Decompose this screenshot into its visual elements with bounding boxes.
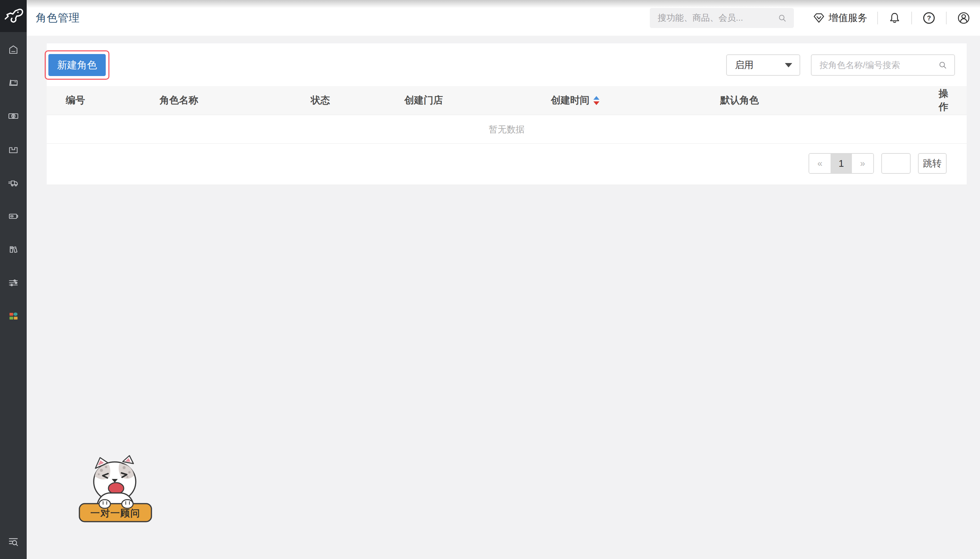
value-added-services-button[interactable]: 增值服务 bbox=[813, 12, 867, 25]
bell-icon bbox=[888, 12, 901, 25]
card-toolbar: 新建角色 启用 bbox=[47, 43, 967, 80]
col-header-actions: 操作 bbox=[939, 87, 948, 114]
divider bbox=[911, 12, 912, 24]
sidebar-item-member-card[interactable] bbox=[0, 200, 27, 233]
list-search-icon bbox=[7, 535, 20, 548]
sidebar-item-home[interactable] bbox=[0, 33, 27, 66]
sidebar-item-finance[interactable] bbox=[0, 99, 27, 133]
sidebar-item-goods[interactable] bbox=[0, 133, 27, 166]
user-icon bbox=[957, 11, 971, 25]
top-bar: 角色管理 增值服务 bbox=[27, 0, 980, 36]
sidebar-nav bbox=[0, 33, 27, 333]
col-header-default-role: 默认角色 bbox=[720, 94, 939, 107]
col-header-created-time: 创建时间 bbox=[551, 94, 720, 107]
col-header-created-time-label: 创建时间 bbox=[551, 94, 589, 107]
global-search-input[interactable] bbox=[658, 13, 777, 23]
next-page-button[interactable]: » bbox=[852, 154, 873, 173]
app-logo[interactable] bbox=[0, 0, 27, 32]
page-title: 角色管理 bbox=[36, 11, 80, 25]
notifications-button[interactable] bbox=[888, 12, 901, 25]
member-card-icon bbox=[7, 210, 19, 222]
divider bbox=[946, 12, 947, 24]
banknote-icon bbox=[7, 110, 19, 122]
account-button[interactable] bbox=[957, 11, 971, 25]
role-search-input[interactable] bbox=[820, 60, 937, 70]
package-icon bbox=[7, 144, 19, 155]
pos-terminal-icon bbox=[7, 77, 19, 89]
prev-page-button[interactable]: « bbox=[809, 154, 831, 173]
sort-asc-icon[interactable] bbox=[593, 96, 600, 100]
search-icon[interactable] bbox=[777, 12, 788, 24]
table-empty-row: 暂无数据 bbox=[47, 115, 967, 144]
sidebar-item-settings[interactable] bbox=[0, 266, 27, 299]
chevron-down-icon bbox=[785, 63, 792, 67]
apps-grid-icon bbox=[7, 310, 19, 322]
create-role-button[interactable]: 新建角色 bbox=[48, 54, 106, 76]
app-window: 角色管理 增值服务 bbox=[0, 0, 980, 559]
divider bbox=[877, 12, 878, 24]
truck-icon bbox=[7, 177, 19, 189]
role-search-box[interactable] bbox=[811, 55, 955, 76]
table-header-row: 编号 角色名称 状态 创建门店 创建时间 默认角色 操作 bbox=[47, 86, 967, 115]
pagination: « 1 » 跳转 bbox=[47, 144, 967, 184]
sidebar-item-log-search[interactable] bbox=[0, 530, 27, 554]
sidebar-item-apps[interactable] bbox=[0, 299, 27, 333]
sidebar-item-cashier[interactable] bbox=[0, 66, 27, 99]
current-page-button[interactable]: 1 bbox=[831, 154, 852, 173]
cat-mascot-icon: 一对一顾问 bbox=[77, 453, 155, 524]
toolbar-filters: 启用 bbox=[726, 55, 955, 76]
mascot-banner-label: 一对一顾问 bbox=[90, 508, 140, 518]
role-management-card: 新建角色 启用 bbox=[47, 43, 967, 184]
vas-label: 增值服务 bbox=[828, 12, 867, 25]
pager-group: « 1 » bbox=[808, 153, 874, 174]
page-jump-input[interactable] bbox=[881, 153, 911, 174]
advisor-mascot[interactable]: 一对一顾问 bbox=[77, 453, 155, 524]
top-bar-actions: 增值服务 ? bbox=[650, 8, 971, 28]
svg-text:?: ? bbox=[927, 14, 931, 22]
annotation-highlight-box: 新建角色 bbox=[45, 50, 109, 80]
sidebar bbox=[0, 0, 27, 559]
search-icon[interactable] bbox=[937, 60, 948, 71]
page-jump-button[interactable]: 跳转 bbox=[918, 153, 947, 174]
sidebar-item-reports[interactable] bbox=[0, 233, 27, 266]
col-header-store: 创建门店 bbox=[404, 94, 551, 107]
sidebar-item-delivery[interactable] bbox=[0, 166, 27, 200]
sliders-icon bbox=[7, 277, 19, 289]
col-header-role-name: 角色名称 bbox=[160, 94, 311, 107]
col-header-status: 状态 bbox=[311, 94, 405, 107]
status-filter-select[interactable]: 启用 bbox=[726, 55, 800, 76]
ledger-icon bbox=[7, 243, 19, 255]
main-column: 角色管理 增值服务 bbox=[27, 0, 980, 559]
sort-control[interactable] bbox=[593, 96, 600, 105]
col-header-id: 编号 bbox=[66, 94, 160, 107]
gem-icon bbox=[813, 12, 825, 24]
status-filter-value: 启用 bbox=[735, 59, 754, 71]
global-search[interactable] bbox=[650, 8, 794, 28]
help-button[interactable]: ? bbox=[922, 11, 936, 25]
content-area: 新建角色 启用 bbox=[27, 36, 980, 559]
question-icon: ? bbox=[922, 11, 936, 25]
home-icon bbox=[7, 43, 19, 55]
panther-logo-icon bbox=[3, 6, 24, 26]
sort-desc-icon[interactable] bbox=[593, 101, 600, 105]
